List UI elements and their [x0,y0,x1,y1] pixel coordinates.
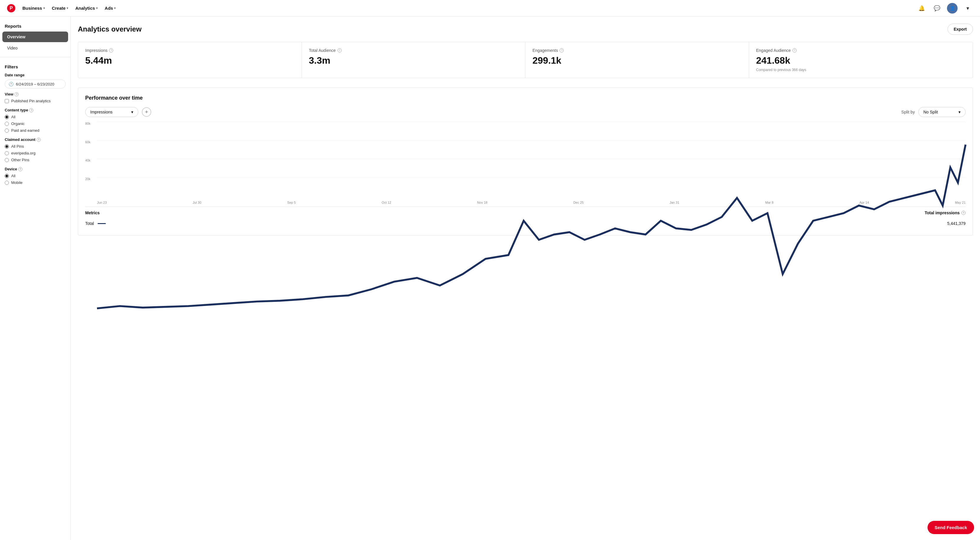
ads-chevron-icon: ▾ [114,6,116,10]
nav-analytics[interactable]: Analytics ▾ [75,6,98,11]
page-title: Analytics overview [78,25,142,33]
nav-ads[interactable]: Ads ▾ [105,6,116,11]
claimed-all-pins[interactable]: All Pins [5,144,66,149]
export-button[interactable]: Export [948,24,973,35]
chart-x-labels: Jun 23 Jul 30 Sep 5 Oct 12 Nov 18 Dec 25… [97,201,966,204]
page-layout: Reports Overview Video Filters Date rang… [0,16,980,540]
claimed-account-label: Claimed account ? [5,137,66,142]
engagements-help-icon[interactable]: ? [560,48,564,52]
chart-controls-right: Split by No Split ▾ [901,107,966,117]
claimed-account-radio-group: All Pins everipedia.org Other Pins [5,144,66,162]
content-type-radio-group: All Organic Paid and earned [5,115,66,133]
claimed-account-section: Claimed account ? All Pins everipedia.or… [5,137,66,162]
nav-business[interactable]: Business ▾ [22,6,45,11]
sidebar-item-video[interactable]: Video [2,43,68,53]
sidebar: Reports Overview Video Filters Date rang… [0,16,71,540]
content-type-section: Content type ? All Organic Paid and earn… [5,108,66,133]
device-all[interactable]: All [5,174,66,178]
filters-title: Filters [5,64,66,69]
stat-total-audience: Total Audience ? 3.3m [302,42,526,78]
split-select[interactable]: No Split ▾ [918,107,966,117]
analytics-chevron-icon: ▾ [96,6,98,10]
chart-controls: Impressions ▾ + Split by No Split ▾ [85,107,966,117]
reports-section-label: Reports [0,21,70,31]
add-metric-button[interactable]: + [142,107,151,117]
sidebar-item-overview[interactable]: Overview [2,32,68,42]
device-section: Device ? All Mobile [5,167,66,185]
chart-title: Performance over time [85,95,966,101]
chart-section: Performance over time Impressions ▾ + Sp… [78,87,973,235]
device-label: Device ? [5,167,66,171]
create-chevron-icon: ▾ [67,6,68,10]
pinterest-logo[interactable]: P [7,4,15,13]
main-content: Analytics overview Export Impressions ? … [71,16,980,540]
stat-impressions: Impressions ? 5.44m [78,42,302,78]
top-nav: P Business ▾ Create ▾ Analytics ▾ Ads ▾ … [0,0,980,16]
page-header: Analytics overview Export [78,24,973,35]
chart-svg [97,122,966,312]
content-type-paid[interactable]: Paid and earned [5,128,66,133]
account-chevron-icon[interactable]: ▾ [963,3,973,14]
date-range-label: Date range [5,73,66,77]
total-audience-value: 3.3m [309,55,518,66]
split-chevron-icon: ▾ [958,110,961,114]
content-type-label: Content type ? [5,108,66,112]
notifications-icon[interactable]: 🔔 [916,3,927,14]
send-feedback-button[interactable]: Send Feedback [928,521,974,534]
nav-left: P Business ▾ Create ▾ Analytics ▾ Ads ▾ [7,4,116,13]
business-chevron-icon: ▾ [43,6,45,10]
engaged-audience-sub: Compared to previous 366 days [756,68,966,72]
engagements-label: Engagements ? [533,48,742,53]
metric-chevron-icon: ▾ [131,110,133,114]
messages-icon[interactable]: 💬 [932,3,942,14]
claimed-other-pins[interactable]: Other Pins [5,158,66,162]
stat-engagements: Engagements ? 299.1k [525,42,749,78]
engaged-audience-help-icon[interactable]: ? [792,48,797,52]
engaged-audience-value: 241.68k [756,55,966,66]
avatar[interactable]: 👤 [947,3,958,14]
total-audience-help-icon[interactable]: ? [337,48,342,52]
metric-select[interactable]: Impressions ▾ [85,107,138,117]
device-help-icon[interactable]: ? [18,167,22,171]
view-help-icon[interactable]: ? [14,92,19,96]
view-section: View ? Published Pin analytics [5,92,66,103]
content-type-help-icon[interactable]: ? [29,108,33,112]
chart-controls-left: Impressions ▾ + [85,107,151,117]
published-pin-checkbox[interactable]: Published Pin analytics [5,99,66,103]
impressions-value: 5.44m [85,55,294,66]
device-radio-group: All Mobile [5,174,66,185]
nav-right: 🔔 💬 👤 ▾ [916,3,973,14]
filters-section: Filters Date range 🕐 6/24/2019 – 6/23/20… [0,61,70,188]
stats-row: Impressions ? 5.44m Total Audience ? 3.3… [78,42,973,78]
claimed-account-help-icon[interactable]: ? [37,138,41,142]
content-type-organic[interactable]: Organic [5,121,66,126]
content-type-all[interactable]: All [5,115,66,119]
stat-engaged-audience: Engaged Audience ? 241.68k Compared to p… [749,42,973,78]
impressions-label: Impressions ? [85,48,294,53]
view-label: View ? [5,92,66,96]
calendar-icon: 🕐 [8,82,14,86]
total-audience-label: Total Audience ? [309,48,518,53]
claimed-everipedia[interactable]: everipedia.org [5,151,66,155]
chart-area: 80k 60k 40k 20k [85,122,966,204]
device-mobile[interactable]: Mobile [5,180,66,185]
chart-y-labels: 80k 60k 40k 20k [85,122,96,195]
date-range-picker[interactable]: 🕐 6/24/2019 – 6/23/2020 [5,79,66,89]
nav-create[interactable]: Create ▾ [52,6,68,11]
split-label: Split by [901,110,915,114]
published-pin-input[interactable] [5,99,9,103]
engagements-value: 299.1k [533,55,742,66]
impressions-help-icon[interactable]: ? [109,48,113,52]
engaged-audience-label: Engaged Audience ? [756,48,966,53]
